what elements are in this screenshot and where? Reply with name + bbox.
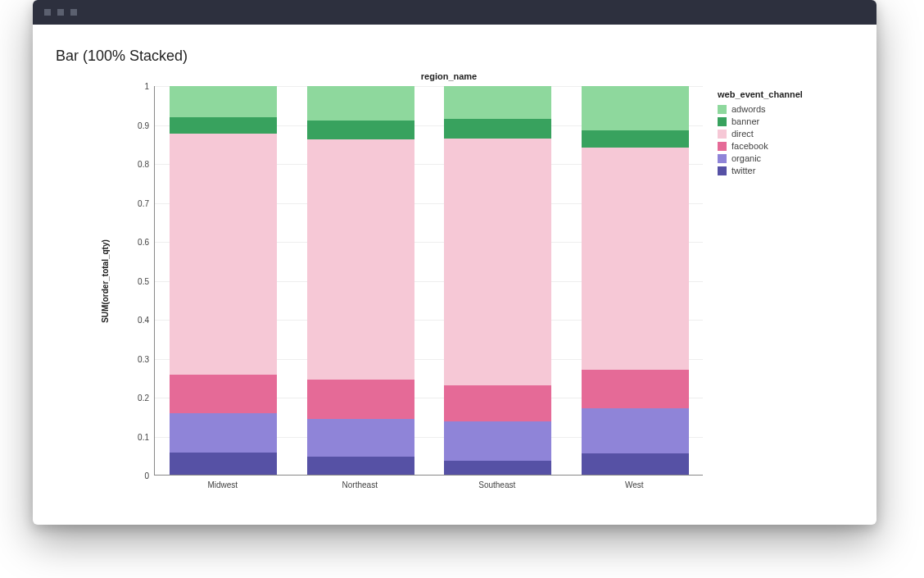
segment-twitter — [444, 461, 551, 475]
legend-label: twitter — [732, 166, 755, 175]
y-axis-title: SUM(order_total_qty) — [101, 239, 110, 323]
y-axis: SUM(order_total_qty) 00.10.20.30.40.50.6… — [56, 86, 154, 476]
legend-item-adwords[interactable]: adwords — [718, 104, 865, 114]
facet-title: region_name — [154, 71, 744, 81]
y-tick-label: 1 — [144, 82, 149, 91]
segment-facebook — [444, 385, 551, 421]
segment-adwords — [444, 86, 551, 119]
window-control-max[interactable] — [70, 9, 77, 16]
segment-organic — [582, 408, 689, 453]
bar-midwest — [170, 86, 277, 475]
segment-twitter — [170, 453, 277, 475]
y-tick-label: 0.9 — [138, 121, 149, 130]
chart-title: Bar (100% Stacked) — [56, 48, 854, 65]
segment-organic — [170, 413, 277, 452]
segment-facebook — [582, 370, 689, 408]
segment-twitter — [582, 453, 689, 475]
segment-direct — [307, 139, 414, 380]
legend-swatch — [718, 166, 727, 175]
bar-west — [582, 86, 689, 475]
y-tick-label: 0.6 — [138, 238, 149, 247]
y-tick-label: 0 — [144, 471, 149, 480]
legend-item-organic[interactable]: organic — [718, 153, 865, 163]
chart-area: region_name SUM(order_total_qty) 00.10.2… — [56, 71, 854, 514]
segment-direct — [582, 148, 689, 370]
x-tick-label: Southeast — [478, 480, 515, 489]
x-axis: MidwestNortheastSoutheastWest — [154, 479, 703, 495]
y-tick-label: 0.8 — [138, 160, 149, 169]
chart-window: Bar (100% Stacked) region_name SUM(order… — [33, 0, 876, 525]
legend-items: adwordsbannerdirectfacebookorganictwitte… — [718, 104, 865, 175]
window-control-min[interactable] — [57, 9, 64, 16]
y-tick-label: 0.4 — [138, 316, 149, 325]
legend-label: banner — [732, 116, 759, 126]
legend-label: adwords — [732, 104, 766, 114]
legend-swatch — [718, 154, 727, 163]
legend-label: direct — [732, 129, 754, 139]
segment-organic — [307, 419, 414, 457]
segment-adwords — [307, 86, 414, 121]
legend-swatch — [718, 105, 727, 114]
y-tick-label: 0.3 — [138, 354, 149, 363]
chart-panel: Bar (100% Stacked) region_name SUM(order… — [33, 25, 876, 525]
window-control-close[interactable] — [44, 9, 51, 16]
y-tick-label: 0.5 — [138, 276, 149, 285]
y-tick-label: 0.1 — [138, 432, 149, 441]
legend-swatch — [718, 142, 727, 151]
x-tick-label: West — [625, 480, 644, 489]
segment-banner — [582, 130, 689, 148]
segment-adwords — [170, 86, 277, 117]
legend-item-facebook[interactable]: facebook — [718, 141, 865, 151]
legend-item-banner[interactable]: banner — [718, 116, 865, 126]
x-tick-label: Midwest — [207, 480, 238, 489]
legend-item-twitter[interactable]: twitter — [718, 166, 865, 175]
legend-swatch — [718, 130, 727, 139]
segment-twitter — [307, 457, 414, 475]
plot-area — [154, 86, 703, 476]
y-tick-label: 0.7 — [138, 198, 149, 207]
segment-banner — [170, 117, 277, 134]
legend: web_event_channel adwordsbannerdirectfac… — [718, 89, 865, 178]
segment-facebook — [307, 380, 414, 418]
legend-label: facebook — [732, 141, 768, 151]
segment-direct — [170, 134, 277, 375]
bar-southeast — [444, 86, 551, 475]
legend-title: web_event_channel — [718, 89, 865, 99]
segment-banner — [444, 119, 551, 139]
segment-direct — [444, 139, 551, 385]
window-titlebar — [33, 0, 876, 25]
y-tick-label: 0.2 — [138, 394, 149, 403]
x-tick-label: Northeast — [342, 480, 378, 489]
segment-facebook — [170, 375, 277, 413]
legend-item-direct[interactable]: direct — [718, 129, 865, 139]
legend-label: organic — [732, 153, 761, 163]
segment-organic — [444, 421, 551, 461]
segment-adwords — [582, 86, 689, 130]
legend-swatch — [718, 117, 727, 126]
segment-banner — [307, 121, 414, 140]
bar-northeast — [307, 86, 414, 475]
